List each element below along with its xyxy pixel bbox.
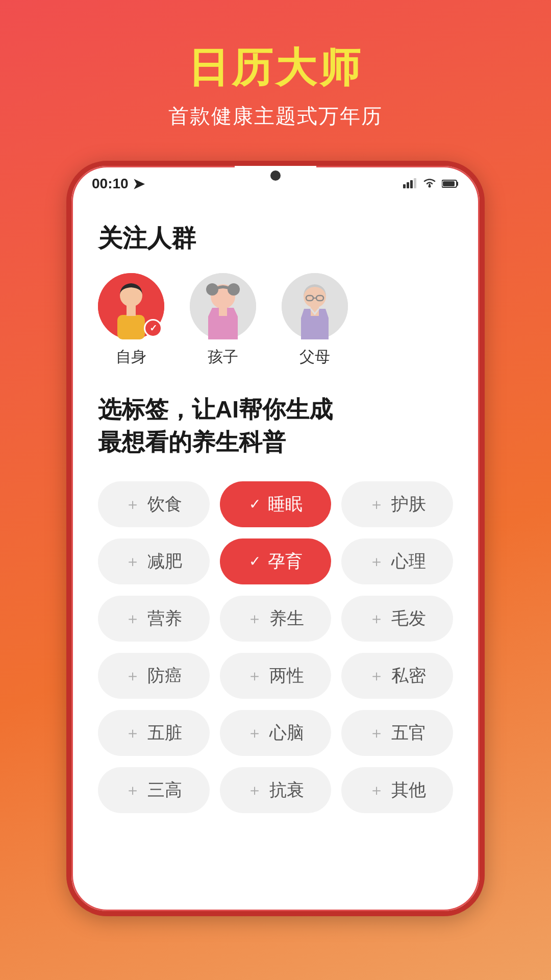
tag-label-threehigh: 三高 [147,778,182,802]
tag-label-psychology: 心理 [391,550,426,573]
status-left: 00:10 ➤ [92,176,144,192]
tag-label-diet: 饮食 [147,493,182,516]
tag-plus-private: ＋ [369,668,384,683]
tag-section-title: 选标签，让AI帮你生成最想看的养生科普 [98,393,453,459]
signal-icon [403,176,417,192]
avatar-child [190,273,256,339]
tag-plus-organs: ＋ [125,725,140,741]
svg-rect-7 [443,181,455,186]
person-label-child: 孩子 [208,347,238,368]
tag-sleep[interactable]: ＋ ✓ 睡眠 [220,481,332,527]
tag-label-aging: 抗衰 [269,778,304,802]
tag-label-health: 养生 [269,607,304,630]
tag-label-brain: 心脑 [269,721,304,745]
tag-slim[interactable]: ＋ ✓ 减肥 [98,538,210,584]
tag-label-private: 私密 [391,664,426,688]
svg-rect-6 [457,182,458,186]
person-label-parent: 父母 [299,347,330,368]
tag-plus-psychology: ＋ [369,554,384,569]
tags-row-4: ＋ ✓ 防癌 ＋ ✓ 两性 ＋ ✓ 私密 [98,653,453,699]
tag-plus-slim: ＋ [125,554,140,569]
tag-plus-sexuality: ＋ [247,668,262,683]
phone-frame: 00:10 ➤ [66,161,485,916]
tag-organs[interactable]: ＋ ✓ 五脏 [98,710,210,756]
tag-label-sleep: 睡眠 [268,493,303,516]
phone-camera [270,170,281,181]
tag-label-pregnancy: 孕育 [268,550,303,573]
tags-row-3: ＋ ✓ 营养 ＋ ✓ 养生 ＋ ✓ 毛发 [98,596,453,642]
tag-plus-sensory: ＋ [369,725,384,741]
tag-pregnancy[interactable]: ＋ ✓ 孕育 [220,538,332,584]
tag-psychology[interactable]: ＋ ✓ 心理 [341,538,453,584]
tag-skincare[interactable]: ＋ ✓ 护肤 [341,481,453,527]
tags-row-5: ＋ ✓ 五脏 ＋ ✓ 心脑 ＋ ✓ 五官 [98,710,453,756]
avatar-parent [282,273,348,339]
section-follow-title: 关注人群 [98,222,453,255]
tag-cancer[interactable]: ＋ ✓ 防癌 [98,653,210,699]
tag-label-other: 其他 [391,778,426,802]
tags-grid: ＋ ✓ 饮食 ＋ ✓ 睡眠 ＋ ✓ 护肤 ＋ ✓ [98,481,453,813]
avatar-self: ✓ [98,273,164,339]
tag-plus-brain: ＋ [247,725,262,741]
tag-label-sensory: 五官 [391,721,426,745]
tag-private[interactable]: ＋ ✓ 私密 [341,653,453,699]
person-label-self: 自身 [116,347,146,368]
person-item-child[interactable]: 孩子 [190,273,256,368]
tag-health[interactable]: ＋ ✓ 养生 [220,596,332,642]
svg-rect-11 [127,306,136,316]
app-subtitle: 首款健康主题式万年历 [168,102,383,130]
location-icon: ➤ [133,176,144,192]
app-title: 日历大师 [168,41,383,96]
svg-rect-1 [407,182,409,188]
svg-rect-3 [414,178,416,188]
svg-rect-10 [117,315,145,339]
tags-row-2: ＋ ✓ 减肥 ＋ ✓ 孕育 ＋ ✓ 心理 [98,538,453,584]
tag-sensory[interactable]: ＋ ✓ 五官 [341,710,453,756]
person-item-parent[interactable]: 父母 [282,273,348,368]
tag-hair[interactable]: ＋ ✓ 毛发 [341,596,453,642]
app-title-area: 日历大师 首款健康主题式万年历 [168,41,383,130]
time-display: 00:10 [92,176,129,192]
tag-plus-skincare: ＋ [369,497,384,512]
tag-plus-threehigh: ＋ [125,782,140,798]
tag-plus-aging: ＋ [247,782,262,798]
tag-other[interactable]: ＋ ✓ 其他 [341,767,453,813]
phone-content: 关注人群 [71,197,480,911]
tag-label-skincare: 护肤 [391,493,426,516]
tag-label-organs: 五脏 [147,721,182,745]
person-item-self[interactable]: ✓ 自身 [98,273,164,368]
tag-plus-health: ＋ [247,611,262,626]
tag-threehigh[interactable]: ＋ ✓ 三高 [98,767,210,813]
avatar-check-self: ✓ [144,319,162,337]
tag-nutrition[interactable]: ＋ ✓ 营养 [98,596,210,642]
svg-rect-16 [219,308,227,316]
tag-label-slim: 减肥 [147,550,182,573]
phone-notch [235,166,316,185]
tag-label-nutrition: 营养 [147,607,182,630]
status-right [403,176,459,192]
avatar-child-svg [190,273,256,339]
svg-rect-2 [410,180,413,188]
tag-label-hair: 毛发 [391,607,426,630]
tag-diet[interactable]: ＋ ✓ 饮食 [98,481,210,527]
person-list: ✓ 自身 [98,273,453,368]
wifi-icon [422,176,437,192]
tag-plus-cancer: ＋ [125,668,140,683]
tags-row-6: ＋ ✓ 三高 ＋ ✓ 抗衰 ＋ ✓ 其他 [98,767,453,813]
tag-sexuality[interactable]: ＋ ✓ 两性 [220,653,332,699]
tag-plus-diet: ＋ [125,497,140,512]
tag-plus-other: ＋ [369,782,384,798]
tag-aging[interactable]: ＋ ✓ 抗衰 [220,767,332,813]
tag-label-sexuality: 两性 [269,664,304,688]
battery-icon [442,176,459,192]
svg-rect-0 [403,184,406,188]
tag-label-cancer: 防癌 [147,664,182,688]
tags-row-1: ＋ ✓ 饮食 ＋ ✓ 睡眠 ＋ ✓ 护肤 [98,481,453,527]
tag-check-sleep: ✓ [249,496,261,512]
tag-brain[interactable]: ＋ ✓ 心脑 [220,710,332,756]
avatar-parent-svg [282,273,348,339]
tag-plus-hair: ＋ [369,611,384,626]
tag-check-pregnancy: ✓ [249,553,261,570]
tag-plus-nutrition: ＋ [125,611,140,626]
svg-point-4 [429,185,431,188]
